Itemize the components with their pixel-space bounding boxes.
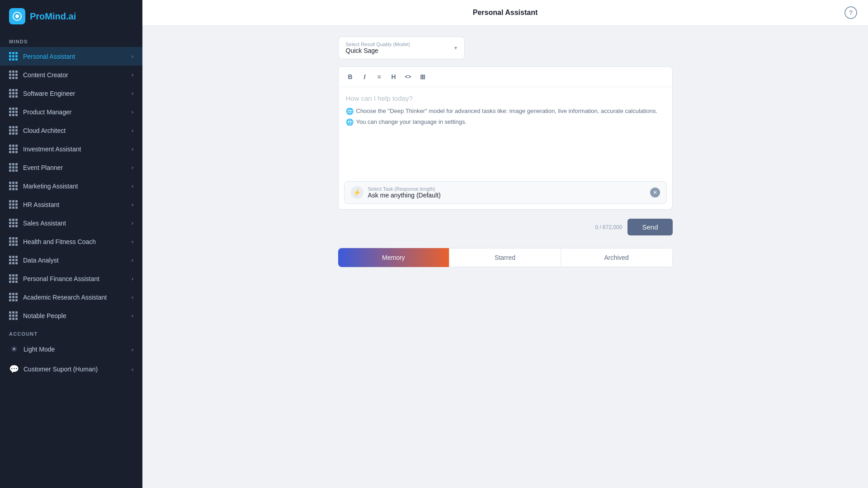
editor-toolbar: B I ≡ H <> ⊞ — [339, 67, 672, 87]
svg-point-1 — [15, 14, 19, 18]
sidebar-item-notable-people[interactable]: Notable People› — [0, 306, 142, 325]
hint2-text: You can change your language in settings… — [356, 118, 467, 125]
chevron-icon-product-manager: › — [132, 108, 133, 115]
task-inner: Select Task (Response length) Ask me any… — [368, 186, 646, 199]
hint2-emoji-icon: 🌐 — [346, 118, 354, 126]
chevron-icon-notable-people: › — [132, 312, 133, 319]
text-editor: B I ≡ H <> ⊞ How can I help today? 🌐 Cho… — [338, 66, 673, 210]
code-button[interactable]: <> — [402, 70, 415, 83]
task-selector-value: Ask me anything (Default) — [368, 192, 646, 199]
sun-icon: ☀ — [9, 344, 19, 354]
chevron-icon-hr-assistant: › — [132, 201, 133, 208]
sidebar-item-label-cloud-architect: Cloud Architect — [23, 127, 132, 134]
editor-placeholder: How can I help today? — [346, 94, 665, 102]
task-selector-label: Select Task (Response length) — [368, 186, 646, 192]
account-chevron-icon-customer-support: › — [132, 366, 133, 373]
model-dropdown-arrow-icon: ▾ — [454, 45, 457, 51]
sidebar-item-academic-research-assistant[interactable]: Academic Research Assistant› — [0, 288, 142, 306]
grid-icon-data-analyst — [9, 256, 18, 264]
chevron-icon-personal-assistant: › — [132, 53, 133, 60]
sidebar-item-personal-finance-assistant[interactable]: Personal Finance Assistant› — [0, 269, 142, 288]
hint1-emoji-icon: 🌐 — [346, 108, 354, 115]
task-selector[interactable]: ⚡ Select Task (Response length) Ask me a… — [344, 181, 667, 204]
chevron-icon-personal-finance-assistant: › — [132, 275, 133, 282]
sidebar-item-label-personal-finance-assistant: Personal Finance Assistant — [23, 275, 132, 282]
tab-memory[interactable]: Memory — [338, 248, 449, 267]
grid-icon-notable-people — [9, 311, 18, 320]
sidebar-item-label-personal-assistant: Personal Assistant — [23, 53, 132, 60]
editor-body[interactable]: How can I help today? 🌐 Choose the "Deep… — [339, 87, 672, 178]
sidebar-item-marketing-assistant[interactable]: Marketing Assistant› — [0, 177, 142, 195]
sidebar-item-product-manager[interactable]: Product Manager› — [0, 103, 142, 121]
grid-icon-marketing-assistant — [9, 182, 18, 190]
hint1-text: Choose the "Deep Thinker" model for adva… — [356, 108, 658, 114]
grid-icon-sales-assistant — [9, 219, 18, 227]
chevron-icon-event-planner: › — [132, 164, 133, 171]
main-content: Personal Assistant ? Select Result Quali… — [142, 0, 868, 488]
grid-icon-content-creator — [9, 70, 18, 79]
sidebar-item-software-engineer[interactable]: Software Engineer› — [0, 84, 142, 103]
account-items-list: ☀Light Mode›💬Customer Suport (Human)› — [0, 339, 142, 379]
account-item-label-customer-support: Customer Suport (Human) — [24, 366, 127, 373]
table-button[interactable]: ⊞ — [416, 70, 429, 83]
sidebar-item-data-analyst[interactable]: Data Analyst› — [0, 251, 142, 269]
grid-icon-event-planner — [9, 163, 18, 172]
logo-pro: Pro — [30, 11, 45, 21]
help-button[interactable]: ? — [844, 6, 857, 19]
grid-icon-investment-assistant — [9, 145, 18, 153]
grid-icon-personal-finance-assistant — [9, 274, 18, 283]
account-item-light-mode[interactable]: ☀Light Mode› — [0, 339, 142, 359]
sidebar-item-health-fitness-coach[interactable]: Health and Fitness Coach› — [0, 232, 142, 251]
chevron-icon-investment-assistant: › — [132, 145, 133, 152]
center-panel: Select Result Quality (Model) Quick Sage… — [338, 37, 673, 278]
sidebar-item-label-data-analyst: Data Analyst — [23, 257, 132, 264]
account-item-customer-support[interactable]: 💬Customer Suport (Human)› — [0, 359, 142, 379]
tab-archived[interactable]: Archived — [561, 248, 673, 267]
sidebar-item-investment-assistant[interactable]: Investment Assistant› — [0, 140, 142, 158]
logo-mind: Mind — [45, 11, 66, 21]
grid-icon-cloud-architect — [9, 126, 18, 135]
send-button[interactable]: Send — [627, 219, 672, 235]
task-clear-button[interactable]: ✕ — [650, 188, 660, 197]
sidebar-item-label-content-creator: Content Creator — [23, 71, 132, 79]
char-counter: 0 / 672,000 — [595, 224, 622, 230]
sidebar-item-label-product-manager: Product Manager — [23, 108, 132, 116]
sidebar-item-personal-assistant[interactable]: Personal Assistant› — [0, 47, 142, 66]
logo-icon — [9, 8, 25, 24]
sidebar-item-label-software-engineer: Software Engineer — [23, 90, 132, 97]
tab-starred[interactable]: Starred — [449, 248, 561, 267]
bold-button[interactable]: B — [344, 70, 357, 83]
grid-icon-product-manager — [9, 108, 18, 116]
chevron-icon-health-fitness-coach: › — [132, 238, 133, 245]
grid-icon-personal-assistant — [9, 52, 18, 61]
page-title: Personal Assistant — [473, 9, 538, 17]
sidebar-item-cloud-architect[interactable]: Cloud Architect› — [0, 121, 142, 140]
chevron-icon-marketing-assistant: › — [132, 183, 133, 189]
model-selector[interactable]: Select Result Quality (Model) Quick Sage… — [338, 37, 465, 59]
sidebar-item-hr-assistant[interactable]: HR Assistant› — [0, 195, 142, 214]
sidebar-item-label-notable-people: Notable People — [23, 312, 132, 319]
chevron-icon-cloud-architect: › — [132, 127, 133, 134]
chevron-icon-sales-assistant: › — [132, 220, 133, 226]
chevron-icon-content-creator: › — [132, 71, 133, 78]
logo-ai: .ai — [66, 11, 76, 21]
sidebar-item-label-health-fitness-coach: Health and Fitness Coach — [23, 238, 132, 245]
support-icon: 💬 — [9, 364, 19, 374]
sidebar-items-list: Personal Assistant›Content Creator›Softw… — [0, 47, 142, 325]
heading-button[interactable]: H — [387, 70, 400, 83]
sidebar-item-label-academic-research-assistant: Academic Research Assistant — [23, 294, 132, 301]
list-button[interactable]: ≡ — [373, 70, 386, 83]
chevron-icon-software-engineer: › — [132, 90, 133, 97]
sidebar-item-sales-assistant[interactable]: Sales Assistant› — [0, 214, 142, 232]
model-selector-label: Select Result Quality (Model) — [346, 42, 410, 47]
tabs-row: Memory Starred Archived — [338, 248, 673, 267]
logo-area: ProMind.ai — [0, 0, 142, 33]
sidebar-item-event-planner[interactable]: Event Planner› — [0, 158, 142, 177]
italic-button[interactable]: I — [359, 70, 371, 83]
grid-icon-health-fitness-coach — [9, 237, 18, 246]
sidebar-item-label-hr-assistant: HR Assistant — [23, 201, 132, 208]
sidebar-item-content-creator[interactable]: Content Creator› — [0, 66, 142, 84]
chevron-icon-data-analyst: › — [132, 257, 133, 263]
lightning-icon: ⚡ — [351, 186, 363, 199]
account-section-label: ACCOUNT — [0, 325, 142, 339]
